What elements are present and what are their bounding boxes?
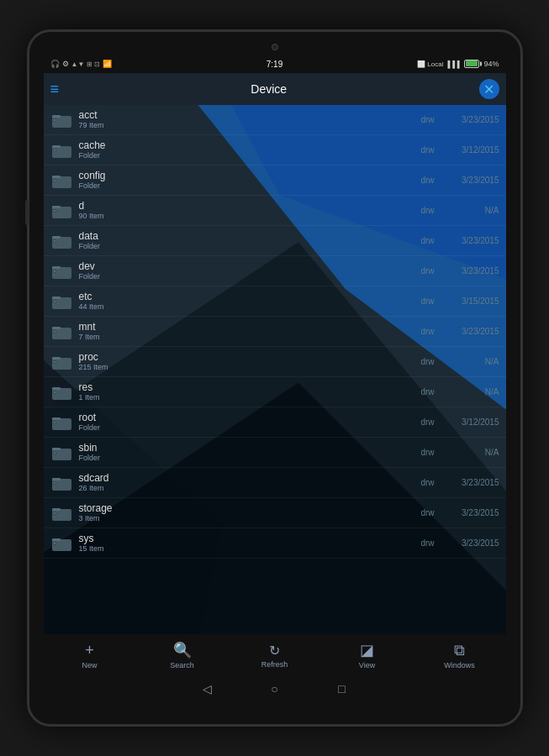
- svg-point-33: [54, 301, 55, 302]
- file-type: drw: [411, 176, 445, 185]
- refresh-button[interactable]: ↻ Refresh: [254, 643, 296, 669]
- refresh-icon: ↻: [269, 643, 280, 659]
- windows-label: Windows: [444, 661, 475, 669]
- svg-rect-42: [52, 388, 71, 400]
- file-subtitle: Folder: [79, 454, 411, 463]
- svg-point-17: [54, 180, 55, 181]
- file-item[interactable]: root Folder drw 3/12/2015: [44, 407, 506, 438]
- file-info: data Folder: [74, 230, 411, 251]
- file-info: proc 215 Item: [74, 351, 411, 372]
- folder-icon: [50, 501, 74, 525]
- back-button[interactable]: ◁: [199, 680, 216, 697]
- svg-rect-35: [52, 327, 61, 329]
- file-subtitle: Folder: [79, 272, 411, 281]
- status-bar: 🎧 ⚙ ▲▼ ⊞ ⊡ 📶 7:19 ⬜ Local ▌▌▌ 94%: [44, 55, 506, 73]
- file-item[interactable]: sbin Folder drw N/A: [44, 438, 506, 468]
- file-item[interactable]: acct 79 Item drw 3/23/2015: [44, 105, 506, 135]
- svg-rect-43: [52, 387, 61, 390]
- signal-bars: ▌▌▌: [447, 60, 462, 68]
- svg-point-45: [54, 391, 55, 393]
- svg-rect-34: [52, 328, 71, 339]
- windows-button[interactable]: ⧉ Windows: [439, 642, 481, 669]
- file-list[interactable]: acct 79 Item drw 3/23/2015 cache Folder …: [44, 105, 506, 634]
- file-date: 3/12/2015: [445, 417, 499, 427]
- search-label: Search: [170, 661, 194, 669]
- file-name: acct: [79, 109, 411, 121]
- file-info: storage 3 Item: [74, 502, 411, 523]
- wifi-icon: 📶: [103, 60, 112, 68]
- svg-point-21: [54, 210, 55, 212]
- file-info: d 90 Item: [74, 200, 411, 221]
- file-item[interactable]: sys 15 Item drw 3/23/2015: [44, 528, 506, 559]
- svg-rect-59: [52, 508, 61, 511]
- file-subtitle: 26 Item: [79, 484, 411, 493]
- search-button[interactable]: 🔍 Search: [161, 641, 203, 669]
- file-type: drw: [411, 357, 445, 366]
- file-item[interactable]: config Folder drw 3/23/2015: [44, 165, 506, 196]
- file-subtitle: 1 Item: [79, 393, 411, 402]
- file-item[interactable]: data Folder drw 3/23/2015: [44, 226, 506, 256]
- menu-button[interactable]: ≡: [50, 81, 60, 97]
- svg-point-53: [54, 452, 55, 454]
- file-date: 3/23/2015: [445, 236, 499, 245]
- home-button[interactable]: ○: [267, 680, 283, 697]
- svg-point-61: [54, 512, 55, 514]
- file-type: drw: [411, 538, 445, 548]
- folder-icon: [50, 350, 74, 374]
- new-label: New: [82, 661, 97, 669]
- folder-icon: [50, 229, 74, 253]
- svg-rect-27: [52, 266, 61, 269]
- file-item[interactable]: d 90 Item drw N/A: [44, 196, 506, 226]
- folder-icon: [50, 290, 74, 313]
- close-search-button[interactable]: ✕: [479, 79, 499, 99]
- file-date: 3/12/2015: [445, 145, 499, 155]
- file-info: sdcard 26 Item: [74, 472, 411, 493]
- file-item[interactable]: sdcard 26 Item drw 3/23/2015: [44, 468, 506, 498]
- file-item[interactable]: storage 3 Item drw 3/23/2015: [44, 498, 506, 528]
- file-item[interactable]: etc 44 Item drw 3/15/2015: [44, 286, 506, 317]
- view-button[interactable]: ◪ View: [346, 641, 388, 669]
- file-type: drw: [411, 448, 445, 457]
- file-name: root: [79, 412, 411, 423]
- folder-icon: [50, 532, 74, 555]
- nav-bar: ◁ ○ □: [44, 676, 506, 701]
- file-subtitle: Folder: [79, 181, 411, 191]
- svg-point-65: [54, 543, 55, 544]
- file-date: 3/23/2015: [445, 115, 499, 124]
- svg-rect-54: [52, 479, 71, 491]
- view-icon: ◪: [360, 641, 374, 659]
- bottom-toolbar: + New 🔍 Search ↻ Refresh ◪ View ⧉ Window…: [44, 634, 506, 676]
- headphone-icon: 🎧: [50, 60, 60, 68]
- status-right: ⬜ Local ▌▌▌ 94%: [417, 60, 499, 69]
- svg-point-57: [54, 482, 55, 484]
- svg-rect-11: [52, 145, 61, 148]
- file-item[interactable]: mnt 7 Item drw 3/23/2015: [44, 317, 506, 347]
- file-type: drw: [411, 206, 445, 215]
- svg-rect-6: [52, 116, 71, 128]
- svg-rect-51: [52, 448, 61, 450]
- file-item[interactable]: proc 215 Item drw N/A: [44, 347, 506, 377]
- file-type: drw: [411, 236, 445, 245]
- svg-point-41: [54, 361, 55, 363]
- battery-percent: 94%: [483, 60, 499, 68]
- svg-rect-38: [52, 358, 71, 370]
- local-label: ⬜ Local: [417, 60, 443, 68]
- file-name: data: [79, 230, 411, 242]
- file-date: 3/23/2015: [445, 266, 499, 276]
- new-button[interactable]: + New: [69, 642, 111, 669]
- file-date: 3/15/2015: [445, 297, 499, 306]
- file-subtitle: 44 Item: [79, 302, 411, 312]
- file-date: 3/23/2015: [445, 478, 499, 487]
- folder-icon: [50, 108, 74, 132]
- svg-rect-7: [52, 115, 61, 118]
- file-item[interactable]: dev Folder drw 3/23/2015: [44, 256, 506, 286]
- svg-rect-22: [52, 237, 71, 249]
- svg-rect-31: [52, 297, 61, 299]
- recent-button[interactable]: □: [334, 680, 351, 697]
- file-item[interactable]: res 1 Item drw N/A: [44, 377, 506, 407]
- file-item[interactable]: cache Folder drw 3/12/2015: [44, 135, 506, 165]
- svg-rect-30: [52, 297, 71, 309]
- file-subtitle: Folder: [79, 423, 411, 433]
- file-type: drw: [411, 417, 445, 427]
- file-type: drw: [411, 508, 445, 517]
